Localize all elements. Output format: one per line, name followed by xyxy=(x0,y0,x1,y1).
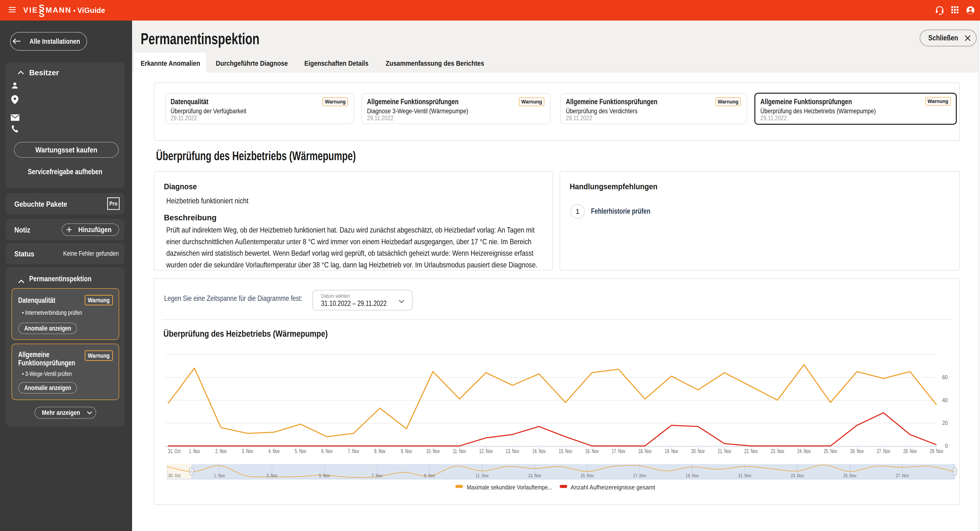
svg-text:13. Nov: 13. Nov xyxy=(528,473,541,478)
svg-text:25. Nov: 25. Nov xyxy=(824,448,837,454)
svg-text:23. Nov: 23. Nov xyxy=(771,448,784,454)
svg-text:60: 60 xyxy=(942,374,948,380)
svg-text:16. Nov: 16. Nov xyxy=(585,448,599,454)
svg-text:27. Nov: 27. Nov xyxy=(896,473,909,478)
svg-text:5. Nov: 5. Nov xyxy=(295,448,306,454)
svg-text:8. Nov: 8. Nov xyxy=(374,448,385,454)
svg-text:15. Nov: 15. Nov xyxy=(581,473,593,478)
svg-text:30. Oct: 30. Oct xyxy=(168,473,181,478)
svg-text:11. Nov: 11. Nov xyxy=(476,473,488,478)
svg-text:19. Nov: 19. Nov xyxy=(686,473,699,478)
svg-text:9. Nov: 9. Nov xyxy=(424,473,435,478)
svg-text:MANN: MANN xyxy=(45,6,71,14)
svg-text:6. Nov: 6. Nov xyxy=(321,448,332,454)
svg-text:S: S xyxy=(39,9,45,19)
svg-text:Anzahl Aufheizereignisse gesam: Anzahl Aufheizereignisse gesamt xyxy=(571,484,655,491)
svg-text:15. Nov: 15. Nov xyxy=(558,448,572,454)
svg-text:13. Nov: 13. Nov xyxy=(506,448,519,454)
svg-text:1. Nov: 1. Nov xyxy=(214,473,225,478)
svg-text:10. Nov: 10. Nov xyxy=(426,448,440,454)
svg-text:12. Nov: 12. Nov xyxy=(479,448,493,454)
svg-text:2. Nov: 2. Nov xyxy=(215,448,227,454)
svg-text:28. Nov: 28. Nov xyxy=(903,448,916,454)
svg-text:22. Nov: 22. Nov xyxy=(745,448,758,454)
svg-text:3. Nov: 3. Nov xyxy=(242,448,253,454)
svg-text:26. Nov: 26. Nov xyxy=(850,448,864,454)
svg-text:31. Oct: 31. Oct xyxy=(168,448,181,454)
svg-text:25. Nov: 25. Nov xyxy=(843,473,856,478)
svg-text:Maximale sekundäre Vorlauftemp: Maximale sekundäre Vorlauftempe... xyxy=(467,484,552,491)
svg-text:9. Nov: 9. Nov xyxy=(401,448,412,454)
svg-text:0: 0 xyxy=(945,443,948,449)
svg-text:21. Nov: 21. Nov xyxy=(738,473,751,478)
svg-text:3. Nov: 3. Nov xyxy=(267,473,278,478)
svg-text:5. Nov: 5. Nov xyxy=(319,473,330,478)
svg-text:20: 20 xyxy=(942,420,948,426)
svg-text:17. Nov: 17. Nov xyxy=(633,473,646,478)
svg-text:1. Nov: 1. Nov xyxy=(189,448,200,454)
svg-text:11. Nov: 11. Nov xyxy=(453,448,466,454)
svg-text:VIE: VIE xyxy=(23,6,38,14)
svg-text:21. Nov: 21. Nov xyxy=(718,448,731,454)
svg-text:40: 40 xyxy=(942,397,948,403)
svg-text:19. Nov: 19. Nov xyxy=(665,448,678,454)
svg-text:7. Nov: 7. Nov xyxy=(372,473,383,478)
svg-text:7. Nov: 7. Nov xyxy=(348,448,359,454)
svg-text:14. Nov: 14. Nov xyxy=(532,448,546,454)
svg-text:29. Nov: 29. Nov xyxy=(930,448,943,454)
svg-text:24. Nov: 24. Nov xyxy=(797,448,811,454)
svg-text:17. Nov: 17. Nov xyxy=(612,448,625,454)
svg-text:27. Nov: 27. Nov xyxy=(877,448,890,454)
svg-text:4. Nov: 4. Nov xyxy=(268,448,280,454)
svg-text:20. Nov: 20. Nov xyxy=(691,448,705,454)
svg-text:23. Nov: 23. Nov xyxy=(791,473,804,478)
svg-text:ViGuide: ViGuide xyxy=(77,6,105,14)
svg-text:18. Nov: 18. Nov xyxy=(638,448,652,454)
